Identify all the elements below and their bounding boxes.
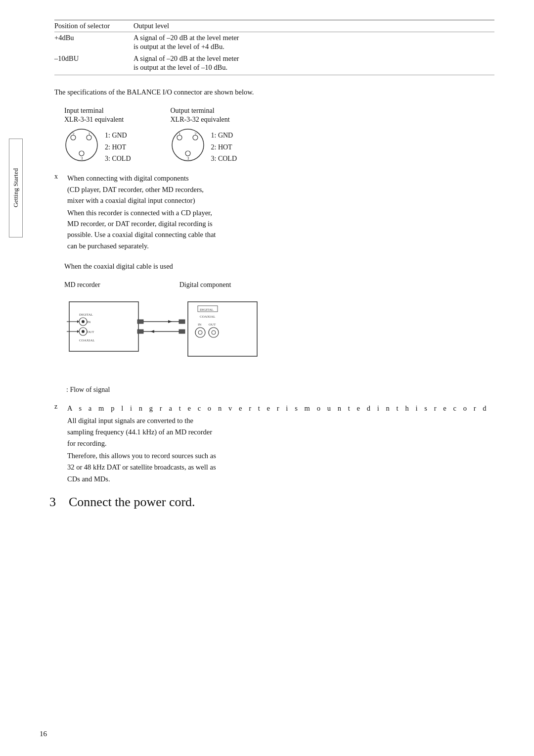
bullet-z-char: z bbox=[54, 403, 63, 414]
svg-text:1: 1 bbox=[88, 132, 90, 137]
svg-text:OUT: OUT bbox=[209, 323, 216, 327]
input-terminal-label: Input terminal bbox=[64, 107, 131, 115]
page-container: Getting Started Position of selector Out… bbox=[0, 0, 534, 756]
svg-text:DIGITAL: DIGITAL bbox=[79, 313, 93, 317]
output-terminal-diagram: 1 2 3 1: GND 2: HOT 3: COLD bbox=[171, 128, 237, 165]
bullet-x-line1: When connecting with digital components bbox=[67, 173, 216, 184]
diagram-label-right: Digital component bbox=[179, 281, 231, 289]
svg-rect-38 bbox=[179, 320, 185, 324]
svg-marker-26 bbox=[77, 330, 79, 333]
bullet-x-line4: When this recorder is connected with a C… bbox=[67, 207, 216, 218]
svg-point-21 bbox=[82, 330, 85, 333]
svg-point-34 bbox=[198, 331, 202, 334]
bullet-z-line6: 32 or 48 kHz DAT or satellite broadcasts… bbox=[67, 462, 494, 473]
svg-point-18 bbox=[82, 320, 85, 323]
table-row2-col1: –10dBU bbox=[54, 54, 134, 63]
table-row1-col2-line2: is output at the level of +4 dBu. bbox=[134, 43, 494, 51]
svg-rect-41 bbox=[179, 330, 185, 333]
table-row2-col2-line2: is output at the level of –10 dBu. bbox=[134, 63, 494, 72]
diagram-svg: DIGITAL IN OUT COAXIAL bbox=[64, 292, 494, 383]
table-row1-col1: +4dBu bbox=[54, 34, 134, 42]
output-pin1: 1: GND bbox=[211, 130, 237, 142]
step3-label: Connect the power cord. bbox=[69, 495, 195, 509]
input-terminal-sublabel: XLR-3-31 equivalent bbox=[64, 116, 131, 124]
step3-heading: 3 Connect the power cord. bbox=[49, 495, 494, 510]
diagram-labels: MD recorder Digital component bbox=[64, 281, 494, 289]
svg-marker-24 bbox=[77, 320, 79, 323]
output-pin-labels: 1: GND 2: HOT 3: COLD bbox=[211, 128, 237, 165]
svg-rect-40 bbox=[137, 330, 143, 333]
bullet-z-line4: for recording. bbox=[67, 438, 494, 449]
table-col1-header: Position of selector bbox=[54, 22, 134, 30]
terminals-section: Input terminal XLR-3-31 equivalent 2 1 bbox=[64, 107, 494, 165]
sidebar-tab-label: Getting Started bbox=[12, 168, 20, 207]
svg-point-5 bbox=[79, 151, 84, 156]
input-terminal: Input terminal XLR-3-31 equivalent 2 1 bbox=[64, 107, 131, 165]
table-row1-col2-line1: A signal of –20 dB at the level meter bbox=[134, 34, 494, 42]
svg-text:2: 2 bbox=[194, 132, 197, 137]
svg-text:3: 3 bbox=[81, 156, 83, 161]
input-pin3: 3: COLD bbox=[105, 153, 131, 165]
svg-marker-44 bbox=[150, 330, 154, 333]
bullet-x-section: x When connecting with digital component… bbox=[54, 173, 494, 251]
bullet-x-line7: can be purchased separately. bbox=[67, 240, 216, 251]
svg-text:COAXIAL: COAXIAL bbox=[200, 315, 216, 319]
selector-table: Position of selector Output level +4dBu … bbox=[54, 20, 494, 75]
output-connector-diagram: 1 2 3 bbox=[171, 128, 205, 162]
bullet-z-line5: Therefore, this allows you to record sou… bbox=[67, 450, 494, 462]
page-number: 16 bbox=[40, 730, 47, 738]
input-pin1: 1: GND bbox=[105, 130, 131, 142]
input-connector-diagram: 2 1 3 bbox=[64, 128, 99, 162]
svg-rect-37 bbox=[137, 320, 143, 324]
bullet-z-section: z A s a m p l i n g r a t e c o n v e r … bbox=[54, 403, 494, 485]
svg-marker-43 bbox=[168, 320, 172, 323]
bullet-z-body: All digital input signals are converted … bbox=[67, 415, 494, 485]
step3-number: 3 bbox=[49, 495, 56, 509]
output-terminal-label: Output terminal bbox=[171, 107, 237, 115]
svg-text:DIGITAL: DIGITAL bbox=[200, 308, 214, 312]
svg-text:OUT: OUT bbox=[87, 330, 94, 334]
svg-rect-27 bbox=[188, 302, 257, 356]
svg-point-33 bbox=[195, 328, 205, 337]
output-pin2: 2: HOT bbox=[211, 142, 237, 153]
svg-rect-14 bbox=[69, 302, 138, 351]
bullet-x-char: x bbox=[54, 173, 63, 251]
table-row2-col2-line1: A signal of –20 dB at the level meter bbox=[134, 54, 494, 63]
flow-caption: : Flow of signal bbox=[66, 386, 494, 394]
diagram-label-left: MD recorder bbox=[64, 281, 100, 289]
bullet-x-text: When connecting with digital components … bbox=[67, 173, 216, 251]
diagram-section: MD recorder Digital component DIGITAL IN… bbox=[64, 281, 494, 394]
output-pin3: 3: COLD bbox=[211, 153, 237, 165]
bullet-z-line1: A s a m p l i n g r a t e c o n v e r t … bbox=[67, 403, 489, 414]
bullet-x-line6: possible. Use a coaxial digital connecti… bbox=[67, 229, 216, 240]
input-terminal-diagram: 2 1 3 1: GND 2: HOT 3: COLD bbox=[64, 128, 131, 165]
bullet-z-line2: All digital input signals are converted … bbox=[67, 415, 494, 426]
output-terminal-sublabel: XLR-3-32 equivalent bbox=[171, 116, 237, 124]
input-pin2: 2: HOT bbox=[105, 142, 131, 153]
svg-point-12 bbox=[185, 151, 190, 156]
bullet-x-line3: mixer with a coaxial digital input conne… bbox=[67, 195, 216, 206]
svg-point-36 bbox=[212, 331, 216, 334]
bullet-z-line7: CDs and MDs. bbox=[67, 473, 494, 485]
bullet-x-line2: (CD player, DAT recorder, other MD recor… bbox=[67, 184, 216, 195]
input-pin-labels: 1: GND 2: HOT 3: COLD bbox=[105, 128, 131, 165]
svg-point-35 bbox=[209, 328, 219, 337]
bullet-x-line5: MD recorder, or DAT recorder, digital re… bbox=[67, 218, 216, 229]
bullet-z-line3: sampling frequency (44.1 kHz) of an MD r… bbox=[67, 426, 494, 438]
balance-io-text: The specifications of the BALANCE I/O co… bbox=[54, 87, 494, 98]
svg-text:2: 2 bbox=[72, 132, 75, 137]
sidebar-tab: Getting Started bbox=[9, 139, 23, 237]
table-col2-header: Output level bbox=[134, 22, 494, 30]
output-terminal: Output terminal XLR-3-32 equivalent 1 2 bbox=[171, 107, 237, 165]
svg-text:3: 3 bbox=[187, 156, 189, 161]
svg-text:IN: IN bbox=[198, 323, 201, 327]
svg-text:1: 1 bbox=[178, 132, 181, 137]
svg-text:COAXIAL: COAXIAL bbox=[79, 338, 95, 342]
coaxial-caption: When the coaxial digital cable is used bbox=[64, 261, 494, 272]
svg-text:IN: IN bbox=[87, 320, 90, 324]
